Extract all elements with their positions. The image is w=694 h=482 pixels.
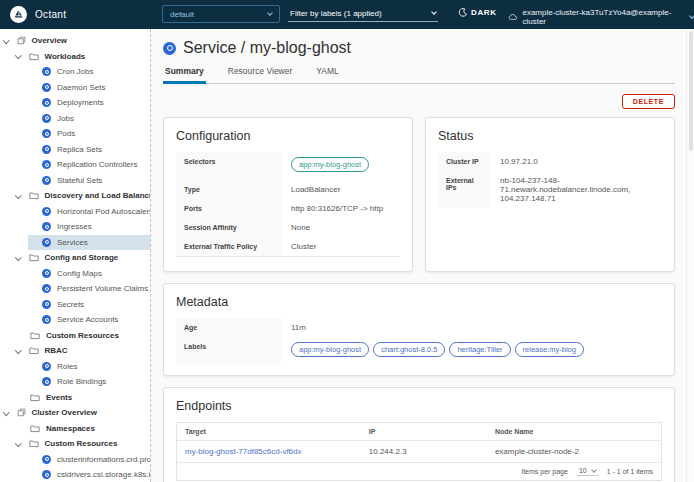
sidebar-item-config-maps[interactable]: Config Maps (0, 266, 150, 282)
endpoint-row: my-blog-ghost-77df85c6cd-vf6dx10.244.2.3… (177, 441, 662, 463)
sidebar-item-csidrivers-csi-storage-k8s-io[interactable]: csidrivers.csi.storage.k8s.io (0, 467, 150, 482)
field-row-external-ips: External IPsnb-104-237-148-71.newark.nod… (438, 171, 662, 208)
resource-icon (42, 160, 51, 169)
chevron-down-icon[interactable] (3, 37, 9, 43)
field-row-type: TypeLoadBalancer (176, 180, 400, 199)
sidebar-item-cron-jobs[interactable]: Cron Jobs (0, 64, 150, 80)
sidebar-item-ingresses[interactable]: Ingresses (0, 219, 150, 235)
chevron-down-icon[interactable] (15, 52, 21, 58)
folder-icon (30, 393, 40, 402)
folder-icon (29, 253, 39, 262)
chevron-down-icon (591, 467, 597, 473)
sidebar-item-workloads[interactable]: Workloads (0, 49, 150, 65)
sidebar-item-label: Stateful Sets (57, 176, 102, 185)
sidebar-item-label: Cluster Overview (32, 408, 97, 417)
field-row-age: Age11m (176, 318, 662, 337)
chevron-down-icon[interactable] (15, 192, 21, 198)
resource-icon (42, 470, 51, 479)
sidebar-item-custom-resources[interactable]: Custom Resources (0, 328, 150, 344)
field-label: Session Affinity (176, 218, 281, 237)
configuration-rows: Selectorsapp:my-blog-ghostTypeLoadBalanc… (176, 152, 400, 256)
main-content: Service / my-blog-ghost SummaryResource … (152, 29, 686, 482)
sidebar-item-custom-resources[interactable]: Custom Resources (0, 436, 150, 452)
selector-chip[interactable]: app:my-blog-ghost (291, 157, 369, 172)
chevron-down-icon[interactable] (15, 347, 21, 353)
sidebar-item-stateful-sets[interactable]: Stateful Sets (0, 173, 150, 189)
sidebar-item-replication-controllers[interactable]: Replication Controllers (0, 157, 150, 173)
sidebar-item-persistent-volume-claims[interactable]: Persistent Volume Claims (0, 281, 150, 297)
sidebar-item-namespaces[interactable]: Namespaces (0, 421, 150, 437)
sidebar-item-role-bindings[interactable]: Role Bindings (0, 374, 150, 390)
field-label: Labels (176, 337, 281, 365)
endpoints-card: Endpoints TargetIPNode Name my-blog-ghos… (163, 387, 675, 482)
field-value: 11m (281, 318, 662, 337)
field-row-cluster-ip: Cluster IP10.97.21.0 (438, 152, 662, 171)
sidebar-item-service-accounts[interactable]: Service Accounts (0, 312, 150, 328)
cluster-icon (508, 13, 517, 21)
sidebar-item-roles[interactable]: Roles (0, 359, 150, 375)
label-chip[interactable]: chart:ghost-8.0.5 (373, 342, 445, 357)
scrollbar-thumb[interactable] (689, 31, 693, 151)
chevron-down-icon (267, 10, 273, 16)
folder-icon (29, 439, 39, 448)
sidebar-item-secrets[interactable]: Secrets (0, 297, 150, 313)
sidebar-item-horizontal-pod-autoscalers[interactable]: Horizontal Pod Autoscalers (0, 204, 150, 220)
configuration-card: Configuration Selectorsapp:my-blog-ghost… (163, 117, 413, 272)
chevron-down-icon (689, 13, 694, 19)
sidebar-item-discovery-and-load-balancing[interactable]: Discovery and Load Balancing (0, 188, 150, 204)
sidebar-item-jobs[interactable]: Jobs (0, 111, 150, 127)
page-title: Service / my-blog-ghost (183, 39, 351, 57)
sidebar-item-label: Custom Resources (46, 331, 119, 340)
field-row-ports: Portshttp 80:31626/TCP -> http (176, 199, 400, 218)
endpoints-title: Endpoints (176, 399, 662, 413)
sidebar-item-label: Roles (57, 362, 77, 371)
status-rows: Cluster IP10.97.21.0External IPsnb-104-2… (438, 152, 662, 208)
resource-icon (42, 83, 51, 92)
chevron-down-icon[interactable] (3, 409, 9, 415)
theme-toggle-button[interactable]: DARK (458, 8, 497, 17)
sidebar-item-replica-sets[interactable]: Replica Sets (0, 142, 150, 158)
tab-resource-viewer[interactable]: Resource Viewer (226, 66, 295, 83)
tab-yaml[interactable]: YAML (314, 66, 341, 83)
sidebar-item-clusterinformations-crd-projec[interactable]: clusterinformations.crd.projec (0, 452, 150, 468)
namespace-selected-value: default (170, 10, 194, 19)
sidebar-item-rbac[interactable]: RBAC (0, 343, 150, 359)
sidebar-item-label: Config Maps (57, 269, 102, 278)
resource-icon (42, 176, 51, 185)
resource-icon (42, 269, 51, 278)
items-per-page-select[interactable]: 10 (577, 467, 598, 476)
endpoints-column-node-name: Node Name (487, 423, 662, 441)
tab-bar: SummaryResource ViewerYAML (163, 66, 675, 84)
endpoint-target-link[interactable]: my-blog-ghost-77df85c6cd-vf6dx (185, 447, 302, 456)
sidebar-item-events[interactable]: Events (0, 390, 150, 406)
sidebar-item-daemon-sets[interactable]: Daemon Sets (0, 80, 150, 96)
chevron-down-icon[interactable] (15, 440, 21, 446)
resource-icon (42, 114, 51, 123)
window-scrollbar[interactable] (686, 29, 694, 482)
field-label: Age (176, 318, 281, 337)
field-row-selectors: Selectorsapp:my-blog-ghost (176, 152, 400, 180)
tab-summary[interactable]: Summary (163, 66, 206, 84)
sidebar-item-services[interactable]: Services (0, 235, 150, 251)
cluster-context-selector[interactable]: example-cluster-ka3TuTzYo4a@example-clus… (508, 8, 694, 26)
configuration-title: Configuration (176, 129, 400, 143)
sidebar-item-config-and-storage[interactable]: Config and Storage (0, 250, 150, 266)
endpoints-table: TargetIPNode Name my-blog-ghost-77df85c6… (176, 422, 662, 463)
namespace-selector[interactable]: default (162, 5, 280, 23)
chevron-down-icon[interactable] (15, 254, 21, 260)
field-value: app:my-blog-ghost (281, 152, 400, 180)
label-chip[interactable]: release:my-blog (515, 342, 584, 357)
sidebar-item-deployments[interactable]: Deployments (0, 95, 150, 111)
label-filter-input[interactable]: Filter by labels (1 applied) (288, 7, 438, 22)
label-chip[interactable]: heritage:Tiller (449, 342, 510, 357)
sidebar-item-cluster-overview[interactable]: Cluster Overview (0, 405, 150, 421)
sidebar-item-label: Secrets (57, 300, 84, 309)
delete-button[interactable]: DELETE (622, 94, 675, 109)
sidebar-item-overview[interactable]: Overview (0, 33, 150, 49)
folder-icon (30, 331, 40, 340)
app-header: Octant default Filter by labels (1 appli… (0, 0, 694, 29)
sidebar-item-pods[interactable]: Pods (0, 126, 150, 142)
label-chip[interactable]: app:my-blog-ghost (291, 342, 369, 357)
sidebar-item-label: Horizontal Pod Autoscalers (57, 207, 150, 216)
resource-icon (42, 145, 51, 154)
